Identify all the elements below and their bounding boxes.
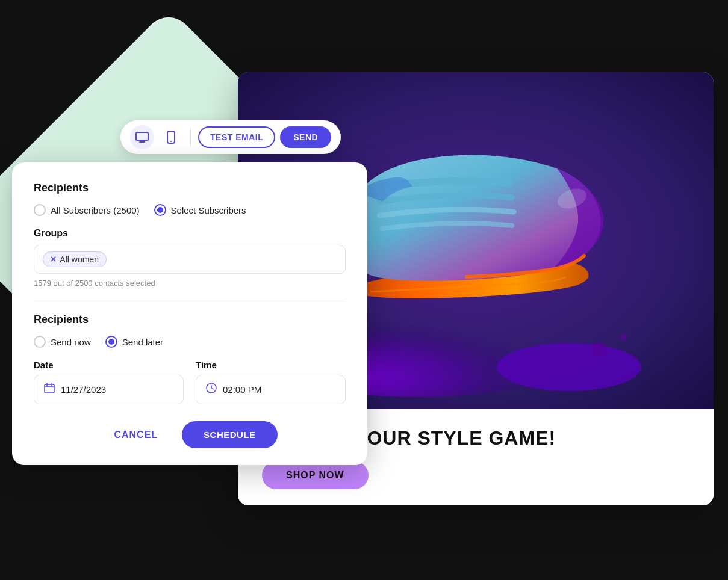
send-now-radio[interactable]: [34, 336, 46, 348]
schedule-button[interactable]: SCHEDULE: [182, 421, 278, 448]
svg-point-6: [620, 333, 627, 341]
svg-rect-11: [45, 384, 54, 393]
send-later-option[interactable]: Send later: [105, 336, 163, 348]
svg-point-10: [170, 141, 172, 142]
shop-now-button[interactable]: SHOP NOW: [262, 461, 369, 489]
send-button[interactable]: SEND: [280, 126, 331, 148]
toolbar-divider: [190, 128, 191, 146]
calendar-icon: [44, 383, 55, 396]
select-subscribers-option[interactable]: Select Subscribers: [154, 204, 246, 216]
all-subscribers-option[interactable]: All Subscribers (2500): [34, 204, 140, 216]
svg-point-2: [497, 343, 641, 391]
groups-label: Groups: [34, 228, 346, 239]
tag-remove-button[interactable]: ×: [51, 255, 56, 264]
mobile-view-button[interactable]: [159, 125, 183, 149]
monitor-icon: [135, 132, 149, 143]
clock-icon: [206, 383, 217, 396]
date-value: 11/27/2023: [61, 384, 106, 395]
groups-input[interactable]: × All women: [34, 245, 346, 274]
select-subscribers-radio[interactable]: [154, 204, 166, 216]
contacts-info: 1579 out of 2500 contacts selected: [34, 279, 346, 288]
send-later-radio[interactable]: [105, 336, 117, 348]
send-timing-group: Send now Send later: [34, 336, 346, 348]
all-subscribers-radio[interactable]: [34, 204, 46, 216]
cancel-button[interactable]: CANCEL: [102, 424, 170, 446]
send-now-label: Send now: [51, 337, 91, 347]
date-field-group: Date 11/27/2023: [34, 360, 184, 404]
desktop-view-button[interactable]: [130, 125, 154, 149]
all-women-tag: × All women: [43, 251, 107, 267]
date-label: Date: [34, 360, 184, 370]
recipient-type-group: All Subscribers (2500) Select Subscriber…: [34, 204, 346, 216]
send-now-option[interactable]: Send now: [34, 336, 91, 348]
send-later-label: Send later: [122, 337, 163, 347]
tag-label: All women: [60, 255, 99, 264]
time-input[interactable]: 02:00 PM: [196, 375, 346, 404]
date-input[interactable]: 11/27/2023: [34, 375, 184, 404]
dialog-actions: CANCEL SCHEDULE: [34, 421, 346, 448]
toolbar: TEST EMAIL SEND: [120, 120, 341, 154]
phone-icon: [167, 131, 175, 144]
time-value: 02:00 PM: [223, 384, 261, 395]
svg-point-5: [592, 342, 606, 356]
all-subscribers-label: All Subscribers (2500): [51, 205, 140, 215]
test-email-button[interactable]: TEST EMAIL: [198, 126, 275, 148]
recipients-title: Recipients: [34, 182, 346, 194]
select-subscribers-label: Select Subscribers: [171, 205, 246, 215]
section-divider: [34, 301, 346, 301]
recipients-title-2: Recipients: [34, 313, 346, 326]
time-label: Time: [196, 360, 346, 370]
time-field-group: Time 02:00 PM: [196, 360, 346, 404]
svg-rect-8: [136, 132, 148, 140]
send-dialog: Recipients All Subscribers (2500) Select…: [12, 162, 367, 465]
date-time-row: Date 11/27/2023 Time: [34, 360, 346, 404]
